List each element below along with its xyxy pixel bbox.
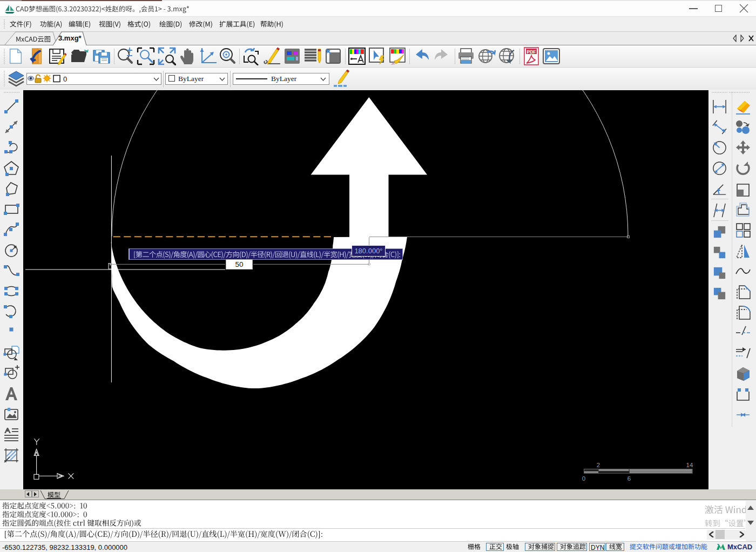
svg-text:PDF: PDF: [527, 49, 536, 55]
svg-text:6: 6: [627, 475, 631, 482]
svg-text:2: 2: [597, 462, 600, 468]
svg-text:14: 14: [686, 462, 693, 468]
svg-text:0: 0: [582, 475, 585, 482]
